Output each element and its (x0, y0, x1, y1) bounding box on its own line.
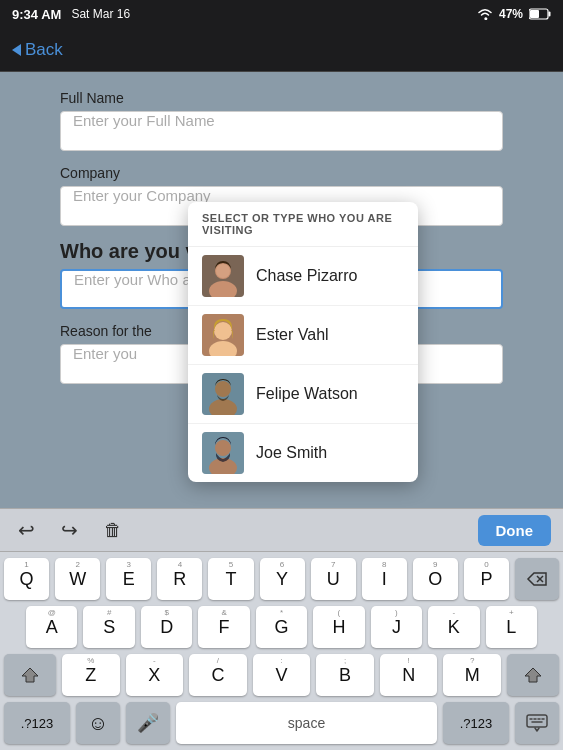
key-p[interactable]: 0P (464, 558, 509, 600)
key-u[interactable]: 7U (311, 558, 356, 600)
svg-rect-1 (549, 12, 551, 17)
key-k[interactable]: -K (428, 606, 479, 648)
svg-point-11 (215, 381, 231, 397)
key-row-3: %Z -X /C :V ;B !N ?M (4, 654, 559, 696)
key-q[interactable]: 1Q (4, 558, 49, 600)
key-d[interactable]: $D (141, 606, 192, 648)
key-row-4: .?123 ☺ 🎤 space .?123 (4, 702, 559, 744)
shift-key-right[interactable] (507, 654, 559, 696)
key-i[interactable]: 8I (362, 558, 407, 600)
back-chevron-icon (12, 44, 21, 56)
avatar-joe (202, 432, 244, 474)
key-c[interactable]: /C (189, 654, 247, 696)
key-row-1: 1Q 2W 3E 4R 5T 6Y 7U 8I 9O 0P (4, 558, 559, 600)
key-w[interactable]: 2W (55, 558, 100, 600)
form-area: Full Name Enter your Full Name Company E… (0, 72, 563, 416)
keyboard-dismiss-key[interactable] (515, 702, 559, 744)
delete-key[interactable] (515, 558, 559, 600)
key-j[interactable]: )J (371, 606, 422, 648)
key-x[interactable]: -X (126, 654, 184, 696)
svg-point-8 (214, 322, 232, 340)
keyboard-rows: 1Q 2W 3E 4R 5T 6Y 7U 8I 9O 0P @A #S $D &… (0, 552, 563, 750)
full-name-input[interactable]: Enter your Full Name (60, 111, 503, 151)
key-m[interactable]: ?M (443, 654, 501, 696)
done-button[interactable]: Done (478, 515, 552, 546)
battery-indicator: 47% (499, 7, 523, 21)
full-name-group: Full Name Enter your Full Name (60, 90, 503, 151)
key-v[interactable]: :V (253, 654, 311, 696)
undo-button[interactable]: ↩ (12, 514, 41, 546)
paste-button[interactable]: 🗑 (98, 516, 128, 545)
dropdown-item-felipe[interactable]: Felipe Watson (188, 365, 418, 424)
back-button[interactable]: Back (12, 40, 63, 60)
status-time: 9:34 AM Sat Mar 16 (12, 7, 130, 22)
keyboard-toolbar: ↩ ↪ 🗑 Done (0, 508, 563, 552)
key-y[interactable]: 6Y (260, 558, 305, 600)
svg-point-14 (215, 440, 231, 456)
key-z[interactable]: %Z (62, 654, 120, 696)
key-b[interactable]: ;B (316, 654, 374, 696)
key-f[interactable]: &F (198, 606, 249, 648)
nav-bar: Back (0, 28, 563, 72)
person-name-joe: Joe Smith (256, 444, 327, 462)
dropdown-item-joe[interactable]: Joe Smith (188, 424, 418, 482)
key-h[interactable]: (H (313, 606, 364, 648)
key-a[interactable]: @A (26, 606, 77, 648)
key-g[interactable]: *G (256, 606, 307, 648)
battery-icon (529, 8, 551, 20)
wifi-icon (477, 8, 493, 20)
number-switch-key-left[interactable]: .?123 (4, 702, 70, 744)
space-key[interactable]: space (176, 702, 437, 744)
person-name-ester: Ester Vahl (256, 326, 329, 344)
dropdown-header: SELECT OR TYPE WHO YOU ARE VISITING (188, 202, 418, 247)
mic-key[interactable]: 🎤 (126, 702, 170, 744)
avatar-felipe (202, 373, 244, 415)
key-r[interactable]: 4R (157, 558, 202, 600)
person-name-chase: Chase Pizarro (256, 267, 357, 285)
number-switch-key-right[interactable]: .?123 (443, 702, 509, 744)
company-label: Company (60, 165, 503, 181)
key-n[interactable]: !N (380, 654, 438, 696)
key-row-2: @A #S $D &F *G (H )J -K +L (4, 606, 559, 648)
svg-rect-20 (527, 715, 547, 727)
visitor-dropdown: SELECT OR TYPE WHO YOU ARE VISITING Chas… (188, 202, 418, 482)
dropdown-item-chase[interactable]: Chase Pizarro (188, 247, 418, 306)
redo-button[interactable]: ↪ (55, 514, 84, 546)
svg-marker-18 (22, 668, 38, 682)
person-name-felipe: Felipe Watson (256, 385, 358, 403)
avatar-ester (202, 314, 244, 356)
avatar-chase (202, 255, 244, 297)
dropdown-item-ester[interactable]: Ester Vahl (188, 306, 418, 365)
svg-marker-19 (525, 668, 541, 682)
emoji-key[interactable]: ☺ (76, 702, 120, 744)
key-s[interactable]: #S (83, 606, 134, 648)
key-o[interactable]: 9O (413, 558, 458, 600)
key-l[interactable]: +L (486, 606, 537, 648)
keyboard: ↩ ↪ 🗑 Done 1Q 2W 3E 4R 5T 6Y 7U 8I 9O 0P (0, 508, 563, 750)
status-indicators: 47% (477, 7, 551, 21)
full-name-label: Full Name (60, 90, 503, 106)
key-e[interactable]: 3E (106, 558, 151, 600)
shift-key[interactable] (4, 654, 56, 696)
svg-point-6 (216, 264, 230, 278)
svg-rect-2 (530, 10, 539, 18)
key-t[interactable]: 5T (208, 558, 253, 600)
status-bar: 9:34 AM Sat Mar 16 47% (0, 0, 563, 28)
